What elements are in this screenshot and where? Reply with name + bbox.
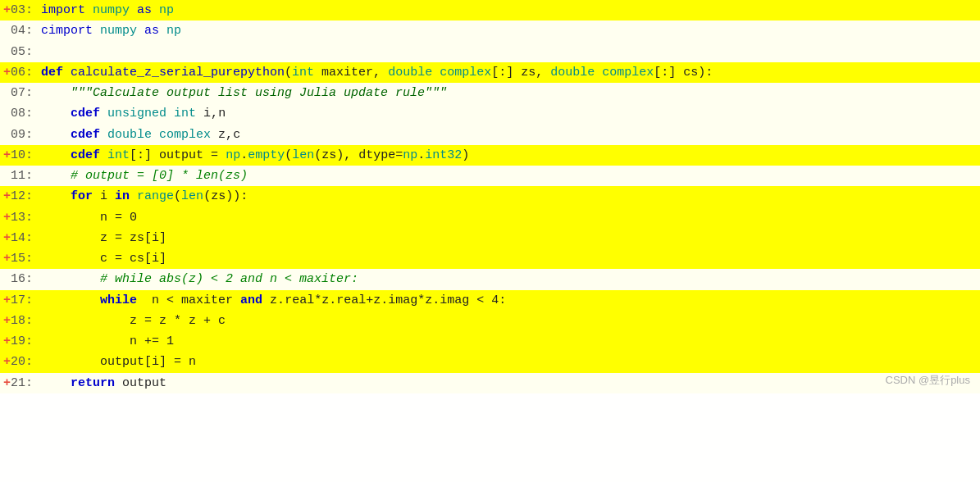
plain-token: output = — [152, 148, 226, 162]
line-number: +21: — [0, 374, 39, 393]
code-content: cdef double complex z,c — [39, 125, 980, 144]
type-name-token: complex — [440, 66, 491, 80]
plain-token: (zs) — [314, 148, 344, 162]
plain-token: imag — [388, 293, 417, 307]
plain-token: . — [329, 293, 336, 307]
builtin-token: int32 — [425, 148, 462, 162]
plain-token — [166, 107, 174, 120]
plain-token: . — [381, 293, 388, 307]
plain-token — [93, 24, 100, 38]
plain-token: * — [314, 293, 321, 307]
code-content: # output = [0] * len(zs) — [39, 166, 980, 185]
plain-token — [41, 169, 71, 183]
plain-token: maxiter, — [314, 66, 388, 80]
type-name-token: int — [174, 107, 196, 120]
line-number: +03: — [0, 1, 39, 20]
plain-token: < — [476, 293, 484, 307]
line-number: +18: — [0, 311, 39, 330]
plain-token: . — [277, 293, 285, 307]
code-line: 09: cdef double complex z,c — [0, 125, 980, 145]
plain-token: n — [137, 293, 166, 307]
plain-token: : — [137, 148, 144, 162]
comment-token: # while abs(z) < 2 and n < maxiter: — [100, 272, 358, 286]
code-content: cdef unsigned int i,n — [39, 104, 980, 123]
type-name-token: double — [388, 66, 432, 80]
plain-token: ( — [174, 189, 181, 203]
type-name-token: int — [292, 66, 314, 80]
code-content: output[i] = n — [39, 352, 980, 371]
kw-token: for — [71, 189, 93, 203]
plain-token: (zs)): — [203, 189, 248, 203]
func-token: calculate_z_serial_purepython — [71, 66, 285, 80]
plain-token: [ — [130, 148, 137, 162]
plain-token: z — [262, 293, 277, 307]
code-content: cdef int[:] output = np.empty(len(zs), d… — [39, 146, 980, 165]
plain-token — [152, 128, 159, 142]
plain-token — [159, 24, 166, 38]
kw2-token: as — [144, 24, 159, 38]
module-token: numpy — [100, 24, 137, 38]
comment-token: # output = [0] * len(zs) — [71, 169, 248, 183]
plain-token: : — [661, 66, 668, 80]
plain-token: real — [336, 293, 366, 307]
code-line: +14: z = zs[i] — [0, 228, 980, 248]
plain-token: ] — [506, 66, 513, 80]
type-name-token: complex — [602, 66, 654, 80]
line-number: +10: — [0, 146, 39, 165]
code-container: +03:import numpy as np 04:cimport numpy … — [0, 0, 980, 393]
kw-token: cdef — [71, 128, 100, 142]
builtin-token: empty — [248, 148, 285, 162]
plain-token — [137, 24, 144, 38]
plain-token — [130, 189, 137, 203]
type-name-token: complex — [159, 128, 211, 142]
line-number: 08: — [0, 104, 39, 123]
code-content: z = z * z + c — [39, 311, 980, 330]
plain-token: , — [211, 107, 218, 120]
code-line: 04:cimport numpy as np — [0, 20, 980, 41]
type-name-token: double — [550, 66, 595, 80]
code-content: def calculate_z_serial_purepython(int ma… — [39, 63, 980, 82]
kw-token: cdef — [71, 148, 100, 162]
code-content: n = 0 — [39, 208, 980, 227]
builtin-token: range — [137, 189, 174, 203]
plain-token: n = 0 — [41, 211, 137, 225]
plain-token: z — [211, 128, 226, 142]
type-name-token: unsigned — [107, 107, 166, 120]
line-number: +12: — [0, 187, 39, 206]
kw-token: in — [115, 189, 130, 203]
line-number: 05: — [0, 43, 39, 61]
plain-token: output — [115, 376, 166, 390]
plain-token: cs): — [676, 66, 713, 80]
plain-token: . — [432, 293, 440, 307]
line-number: 09: — [0, 125, 39, 144]
plain-token: , dtype= — [344, 148, 403, 162]
plain-token: c — [233, 128, 240, 142]
plain-token: c = cs[i] — [41, 252, 166, 266]
code-line: +06:def calculate_z_serial_purepython(in… — [0, 62, 980, 83]
code-line: +12: for i in range(len(zs)): — [0, 186, 980, 207]
code-content: while n < maxiter and z.real*z.real+z.im… — [39, 291, 980, 310]
kw-token: cdef — [71, 107, 100, 120]
plain-token: . — [240, 148, 248, 162]
code-line: 08: cdef unsigned int i,n — [0, 103, 980, 124]
code-content: c = cs[i] — [39, 249, 980, 268]
code-content: n += 1 — [39, 332, 980, 351]
code-content: z = zs[i] — [39, 229, 980, 248]
plain-token: z — [425, 293, 432, 307]
module-token: np — [226, 148, 240, 162]
plain-token: real — [285, 293, 314, 307]
plain-token: n — [218, 107, 226, 120]
plain-token — [41, 107, 71, 120]
line-number: 11: — [0, 166, 39, 185]
plain-token — [41, 376, 71, 390]
plain-token: imag — [440, 293, 476, 307]
kw-token: def — [41, 66, 63, 80]
plain-token — [41, 86, 71, 100]
plain-token — [100, 107, 107, 120]
code-line: 11: # output = [0] * len(zs) — [0, 166, 980, 186]
module-token: np — [403, 148, 417, 162]
plain-token: z = z * z + c — [41, 314, 226, 328]
plain-token: ] — [668, 66, 676, 80]
plain-token — [100, 128, 107, 142]
plain-token: 4: — [484, 293, 506, 307]
